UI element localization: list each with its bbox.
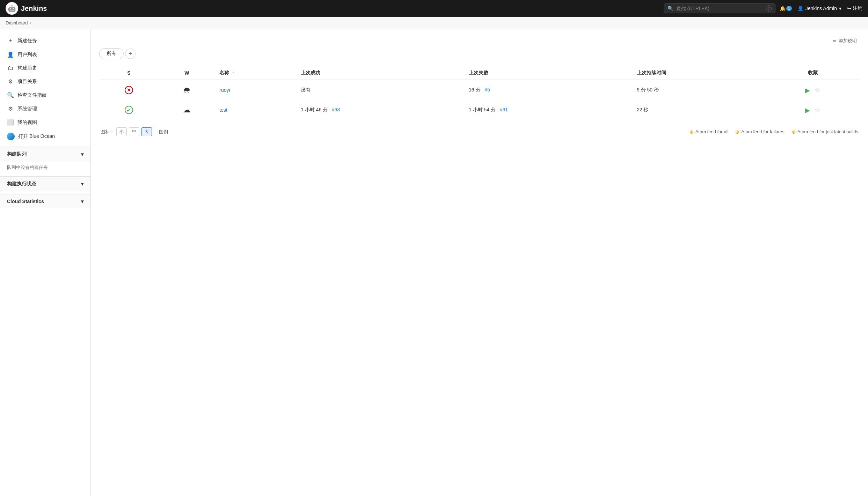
tabs-bar: 所有 + [99, 45, 860, 59]
last-failure-build-test[interactable]: #61 [500, 107, 508, 112]
last-success-cell-ruoyi: 没有 [297, 80, 465, 100]
fingerprint-icon: 🔍 [7, 92, 14, 98]
build-executor-chevron: ▾ [81, 181, 83, 187]
icon-size-group: 图标： 小 中 大 [101, 127, 152, 136]
views-icon: ⬜ [7, 119, 14, 126]
feed-latest-label: Atom feed for just latest builds [797, 129, 858, 134]
build-queue-title: 构建队列 [7, 151, 27, 157]
feed-all-label: Atom feed for all [695, 129, 729, 134]
feed-failures-icon: ⊕ [735, 129, 739, 135]
breadcrumb-dashboard[interactable]: Dashboard [6, 20, 28, 25]
tab-all[interactable]: 所有 [99, 48, 124, 59]
last-duration-cell-test: 22 秒 [633, 100, 766, 120]
build-queue-header[interactable]: 构建队列 ▾ [0, 147, 90, 162]
add-description-button[interactable]: ✏ 添加说明 [830, 36, 860, 45]
col-header-last-success: 上次成功 [297, 66, 465, 80]
name-cell-test: test [215, 100, 297, 120]
actions-cell-ruoyi: ▶ ☆ [766, 80, 860, 100]
chevron-down-icon: ▾ [839, 6, 841, 11]
name-cell-ruoyi: ruoyi [215, 80, 297, 100]
sidebar-item-new-task[interactable]: ＋ 新建任务 [0, 34, 90, 48]
search-help-icon[interactable]: ? [766, 5, 771, 12]
build-history-icon: 🗂 [7, 65, 14, 71]
feed-failures-label: Atom feed for failures [741, 129, 785, 134]
last-failure-cell-test: 1 小时 54 分 #61 [465, 100, 633, 120]
col-header-w: W [159, 66, 216, 80]
sidebar-label-project-relations: 项目关系 [17, 79, 37, 85]
sidebar-label-user-list: 用户列表 [17, 52, 37, 58]
col-header-name[interactable]: 名称 ↑ [215, 66, 297, 80]
sort-icon: ↑ [232, 71, 234, 75]
tab-add-button[interactable]: + [125, 49, 136, 59]
job-link-test[interactable]: test [219, 107, 227, 113]
col-header-last-duration: 上次持续时间 [633, 66, 766, 80]
notifications-button[interactable]: 🔔 1 [780, 6, 792, 11]
table-footer-bar: 图标： 小 中 大 图例 ⊕ Atom feed for all ⊕ [99, 123, 860, 140]
favorite-button-ruoyi[interactable]: ☆ [813, 84, 822, 96]
status-cell-test: ✔ [99, 100, 159, 120]
search-input[interactable] [676, 6, 764, 11]
size-large-button[interactable]: 大 [141, 127, 152, 136]
jenkins-avatar: 🤖 [6, 2, 18, 15]
sidebar-label-my-views: 我的视图 [17, 119, 37, 126]
sidebar-label-system-admin: 系统管理 [17, 106, 37, 112]
jenkins-logo[interactable]: 🤖 Jenkins [6, 2, 47, 15]
sidebar-item-build-history[interactable]: 🗂 构建历史 [0, 61, 90, 75]
notifications-badge: 1 [786, 6, 792, 11]
logout-button[interactable]: ↪ 注销 [847, 5, 862, 12]
build-executor-header[interactable]: 构建执行状态 ▾ [0, 177, 90, 191]
last-failure-build-ruoyi[interactable]: #5 [484, 87, 490, 92]
layout: ＋ 新建任务 👤 用户列表 🗂 构建历史 ⚙ 项目关系 🔍 检查文件指纹 ⚙ 系… [0, 29, 868, 496]
sidebar-item-blue-ocean[interactable]: 打开 Blue Ocean [0, 129, 90, 144]
atom-feed-all-link[interactable]: ⊕ Atom feed for all [690, 129, 729, 135]
search-box[interactable]: 🔍 ? [664, 3, 775, 13]
breadcrumb-separator: › [30, 20, 31, 25]
build-queue-empty-text: 队列中没有构建任务 [7, 165, 48, 170]
table-row: ✔ ☁ test 1 小时 46 分 #63 1 小时 54 分 [99, 100, 860, 120]
last-failure-cell-ruoyi: 16 分 #5 [465, 80, 633, 100]
status-success-icon: ✔ [125, 106, 133, 114]
run-button-test[interactable]: ▶ [804, 105, 811, 116]
table-body: ✕ 🌧 ruoyi 没有 16 分 #5 [99, 80, 860, 120]
header-right: 🔔 1 👤 Jenkins Admin ▾ ↪ 注销 [780, 5, 862, 12]
plus-icon: ＋ [7, 37, 14, 44]
weather-cell-test: ☁ [159, 100, 216, 120]
sidebar-item-system-admin[interactable]: ⚙ 系统管理 [0, 102, 90, 116]
breadcrumb: Dashboard › [0, 17, 868, 29]
atom-feed-latest-link[interactable]: ⊕ Atom feed for just latest builds [792, 129, 858, 135]
feed-latest-icon: ⊕ [792, 129, 796, 135]
search-icon: 🔍 [668, 6, 673, 11]
weather-cloud-icon: ☁ [163, 105, 211, 114]
sidebar-label-blue-ocean: 打开 Blue Ocean [18, 133, 55, 140]
cloud-statistics-header[interactable]: Cloud Statistics ▾ [0, 194, 90, 208]
sidebar-label-new-task: 新建任务 [17, 38, 37, 44]
last-duration-test: 22 秒 [637, 107, 648, 112]
cloud-statistics-title: Cloud Statistics [7, 199, 44, 204]
size-small-button[interactable]: 小 [116, 127, 127, 136]
sidebar: ＋ 新建任务 👤 用户列表 🗂 构建历史 ⚙ 项目关系 🔍 检查文件指纹 ⚙ 系… [0, 29, 91, 496]
size-medium-button[interactable]: 中 [129, 127, 139, 136]
last-failure-time-ruoyi: 16 分 [469, 87, 480, 92]
cloud-statistics-chevron: ▾ [81, 199, 83, 204]
legend-link[interactable]: 图例 [159, 129, 168, 135]
logout-label: 注销 [853, 5, 862, 12]
sidebar-item-my-views[interactable]: ⬜ 我的视图 [0, 116, 90, 129]
tab-all-label: 所有 [107, 51, 116, 56]
gear-icon: ⚙ [7, 105, 14, 112]
last-success-build-test[interactable]: #63 [332, 107, 340, 112]
build-queue-content: 队列中没有构建任务 [0, 162, 90, 173]
job-link-ruoyi[interactable]: ruoyi [219, 87, 230, 93]
weather-cell-ruoyi: 🌧 [159, 80, 216, 100]
jobs-table: S W 名称 ↑ 上次成功 上次失败 [99, 66, 860, 120]
sidebar-item-check-fingerprints[interactable]: 🔍 检查文件指纹 [0, 88, 90, 102]
favorite-button-test[interactable]: ☆ [813, 104, 822, 116]
sidebar-item-project-relations[interactable]: ⚙ 项目关系 [0, 75, 90, 88]
project-relations-icon: ⚙ [7, 78, 14, 85]
run-button-ruoyi[interactable]: ▶ [804, 85, 811, 96]
header: 🤖 Jenkins 🔍 ? 🔔 1 👤 Jenkins Admin ▾ ↪ 注销 [0, 0, 868, 17]
feed-all-icon: ⊕ [690, 129, 694, 135]
user-icon: 👤 [797, 6, 803, 11]
atom-feed-failures-link[interactable]: ⊕ Atom feed for failures [735, 129, 785, 135]
user-menu[interactable]: 👤 Jenkins Admin ▾ [797, 6, 841, 11]
sidebar-item-user-list[interactable]: 👤 用户列表 [0, 48, 90, 61]
